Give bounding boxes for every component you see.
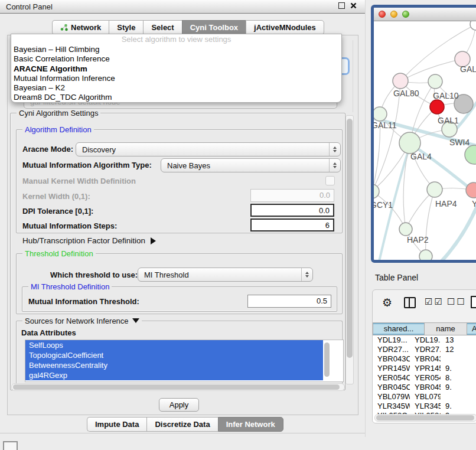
algorithm-dropdown-list: Bayesian – Hill ClimbingBasic Correlatio… (11, 45, 341, 103)
table-row[interactable]: YLR345WYLR345W9. (373, 402, 476, 411)
network-view-window[interactable]: GALGAL80GAL10GAL1GAL11SWI4GAL4GCY1HAP4YH… (371, 5, 476, 263)
network-canvas[interactable]: GALGAL80GAL10GAL1GAL11SWI4GAL4GCY1HAP4YH… (374, 21, 476, 260)
settings-hscrollbar[interactable] (11, 383, 345, 391)
minimize-traffic-light[interactable] (390, 11, 397, 18)
close-icon[interactable] (350, 2, 357, 9)
table-row[interactable]: YDR27...YDR27...12 (373, 345, 476, 354)
table-cell: YBR045C (410, 383, 441, 392)
table-cell (441, 354, 476, 364)
network-node-gcy1[interactable] (374, 184, 379, 198)
close-traffic-light[interactable] (379, 11, 386, 18)
dropdown-item[interactable]: Mutual Information Inference (11, 74, 341, 83)
table-row[interactable]: YBL079WYBL079W (373, 392, 476, 402)
network-node-gal10[interactable] (428, 74, 442, 89)
table-hscrollbar[interactable] (374, 414, 476, 422)
apply-button[interactable]: Apply (159, 398, 199, 412)
aracne-mode-combo[interactable]: Discovery (76, 142, 341, 156)
which-threshold-combo[interactable]: MI Threshold (138, 268, 313, 282)
tab-infer-network[interactable]: Infer Network (218, 417, 283, 432)
zoom-traffic-light[interactable] (402, 11, 409, 18)
tab-discretize-data[interactable]: Discretize Data (146, 417, 217, 432)
which-threshold-value: MI Threshold (138, 270, 301, 279)
network-node-gal4[interactable] (399, 132, 420, 154)
kernel-width-input[interactable]: 0.0 (250, 189, 334, 202)
control-panel-header: Control Panel (0, 0, 365, 14)
tab-cyni-toolbox[interactable]: Cyni Toolbox (182, 20, 246, 35)
column-header[interactable]: shared... (373, 322, 425, 335)
dropdown-item[interactable]: Dream8 DC_TDC Algorithm (11, 93, 341, 102)
table-row[interactable]: YBR045CYBR045C9. (373, 383, 476, 392)
network-node[interactable] (470, 21, 476, 30)
settings-vscrollbar[interactable] (345, 115, 354, 384)
network-node-gal11[interactable] (374, 107, 387, 121)
tab-label: Network (71, 23, 101, 32)
network-node[interactable] (419, 250, 432, 260)
dpi-tolerance-label: DPI Tolerance [0,1]: (22, 207, 93, 216)
table-row[interactable]: YBR043CYBR043C (373, 354, 476, 364)
network-node-gal1[interactable] (430, 100, 444, 114)
manual-kernel-width-checkbox[interactable] (325, 176, 335, 185)
dropdown-item[interactable]: Bayesian – K2 (11, 83, 341, 93)
dpi-tolerance-input[interactable]: 0.0 (250, 204, 334, 217)
table-row[interactable]: YPR145WYPR145W9. (373, 364, 476, 373)
settings-hscrollbar-thumb[interactable] (13, 384, 340, 390)
hub-definition-label: Hub/Transcription Factor Definition (22, 236, 145, 245)
hub-definition-toggle[interactable]: Hub/Transcription Factor Definition (22, 236, 156, 245)
minimized-panel-icon[interactable] (3, 441, 18, 450)
dropdown-item[interactable]: Bayesian – Hill Climbing (11, 45, 341, 54)
network-node[interactable] (465, 145, 476, 164)
settings-vscrollbar-thumb[interactable] (347, 119, 353, 358)
dropdown-item[interactable]: ARACNE Algorithm (11, 64, 341, 74)
mi-steps-label: Mutual Information Steps: (22, 221, 117, 230)
dropdown-item[interactable]: Basic Correlation Inference (11, 54, 341, 64)
tab-label: Impute Data (95, 420, 139, 429)
data-attributes-list[interactable]: SelfLoopsTopologicalCoefficientBetweenne… (25, 340, 344, 382)
table-cell: 8. (441, 373, 476, 383)
network-node-hap2[interactable] (399, 223, 412, 236)
network-edge[interactable] (374, 191, 406, 229)
table-header: shared...nameA (373, 322, 476, 335)
tab-style[interactable]: Style (109, 20, 143, 35)
attribute-list-item[interactable]: TopologicalCoefficient (25, 350, 323, 360)
table-body: YDL19...YDL19...13YDR27...YDR27...12YBR0… (373, 335, 476, 423)
table-row[interactable]: YER054CYER054C8. (373, 373, 476, 383)
attribute-list-item[interactable]: BetweennessCentrality (25, 360, 323, 370)
table-hscrollbar-thumb[interactable] (376, 415, 474, 420)
table-cell: 9. (441, 364, 476, 373)
table-cell: YBR043C (410, 354, 441, 364)
network-node-gal80[interactable] (393, 73, 408, 89)
network-window-titlebar[interactable] (374, 8, 476, 21)
stepper-arrows-icon (329, 143, 340, 156)
mi-threshold-input[interactable]: 0.5 (247, 295, 331, 308)
mi-steps-input[interactable]: 6 (250, 219, 334, 231)
tab-jactivemnodules[interactable]: jActiveMNodules (246, 20, 324, 35)
mi-threshold-definition-legend: MI Threshold Definition (28, 282, 112, 291)
column-header[interactable]: name (425, 322, 467, 335)
network-node-label: HAP2 (407, 235, 429, 244)
list-scrollbar-thumb[interactable] (324, 343, 330, 377)
tab-impute-data[interactable]: Impute Data (87, 417, 146, 432)
dropdown-placeholder: Select algorithm to view settings (11, 34, 341, 45)
columns-icon[interactable] (404, 297, 416, 308)
network-node-hap4[interactable] (427, 182, 442, 197)
aracne-mode-value: Discovery (76, 145, 329, 154)
network-node-label: GAL (460, 64, 476, 74)
table-cell: YLR345W (373, 402, 410, 411)
float-window-icon[interactable] (338, 2, 345, 9)
table-cell (441, 392, 476, 402)
select-checked-icon[interactable]: ☑☑ (425, 296, 444, 307)
tab-select[interactable]: Select (143, 20, 181, 35)
column-header[interactable]: A (467, 322, 476, 335)
attribute-list-item[interactable]: SelfLoops (25, 340, 323, 350)
control-panel-bottom-border (0, 433, 365, 433)
mi-algorithm-type-combo[interactable]: Naive Bayes (161, 158, 341, 172)
gear-icon[interactable]: ⚙ (382, 295, 392, 311)
sources-legend[interactable]: Sources for Network Inference (22, 317, 142, 325)
tab-network[interactable]: Network (52, 20, 109, 35)
select-unchecked-icon[interactable]: ☐☐ (447, 296, 467, 307)
table-row[interactable]: YDL19...YDL19...13 (373, 335, 476, 345)
attribute-list-item[interactable]: gal4RGexp (25, 370, 323, 380)
network-edge[interactable] (426, 190, 435, 256)
algorithm-definition-legend: Algorithm Definition (22, 125, 94, 134)
file-icon[interactable] (471, 296, 476, 308)
